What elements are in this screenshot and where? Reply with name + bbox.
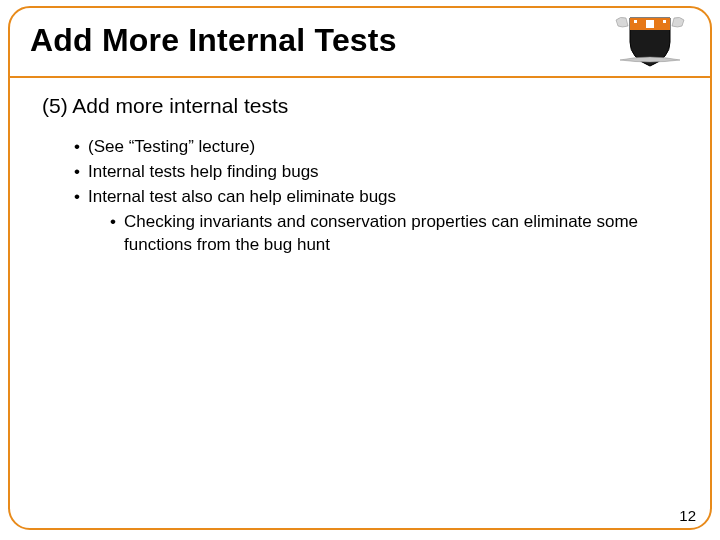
section-title: (5) Add more internal tests — [42, 94, 690, 118]
page-number: 12 — [679, 507, 696, 524]
princeton-shield-logo — [610, 12, 690, 70]
title-divider — [8, 76, 712, 78]
sub-bullet-item: Checking invariants and conservation pro… — [110, 211, 690, 257]
bullet-list: (See “Testing” lecture) Internal tests h… — [42, 136, 690, 257]
svg-rect-1 — [634, 20, 637, 23]
slide-title: Add More Internal Tests — [30, 22, 397, 59]
slide-frame — [8, 6, 712, 530]
slide-content: (5) Add more internal tests (See “Testin… — [42, 94, 690, 259]
sub-bullet-list: Checking invariants and conservation pro… — [88, 211, 690, 257]
sub-bullet-text: Checking invariants and conservation pro… — [124, 212, 638, 254]
bullet-text: Internal test also can help eliminate bu… — [88, 187, 396, 206]
bullet-item: Internal test also can help eliminate bu… — [74, 186, 690, 257]
bullet-item: Internal tests help finding bugs — [74, 161, 690, 184]
bullet-text: (See “Testing” lecture) — [88, 137, 255, 156]
svg-rect-0 — [646, 20, 654, 28]
svg-rect-2 — [663, 20, 666, 23]
bullet-text: Internal tests help finding bugs — [88, 162, 319, 181]
bullet-item: (See “Testing” lecture) — [74, 136, 690, 159]
